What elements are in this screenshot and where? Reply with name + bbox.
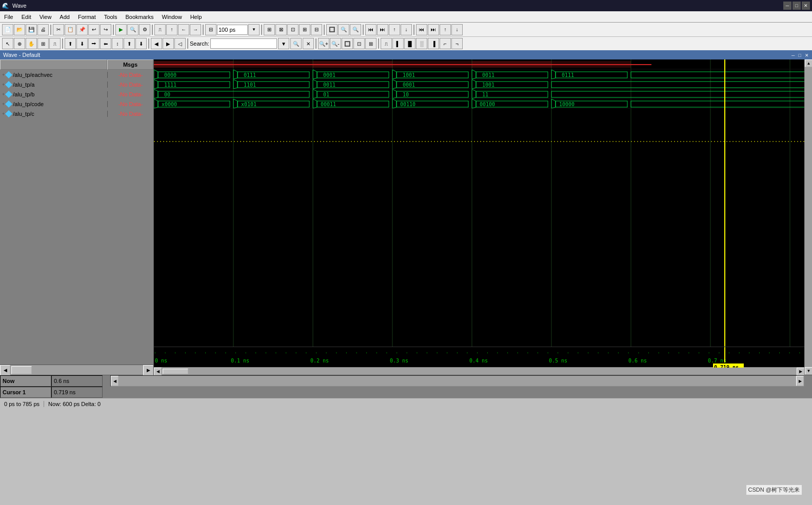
menu-file[interactable]: File xyxy=(0,11,17,22)
tb-sig-add2[interactable]: ⬇ xyxy=(76,38,88,49)
tb-open[interactable]: 📂 xyxy=(14,24,25,35)
search-input[interactable] xyxy=(210,38,277,49)
signal-row-c[interactable]: + /alu_tp/c -No Data- xyxy=(0,109,153,118)
tb-wave1[interactable]: ⎍ xyxy=(154,24,166,35)
tb-cursor4[interactable]: ↓ xyxy=(451,24,463,35)
menu-view[interactable]: View xyxy=(35,11,56,22)
hscroll-right[interactable]: ▶ xyxy=(797,368,804,375)
tb-shape4[interactable]: ░ xyxy=(416,38,427,49)
wave-close-btn[interactable]: ✕ xyxy=(805,53,809,58)
tb-wave3[interactable]: ← xyxy=(178,24,189,35)
tb-zoom-out[interactable]: 🔍 xyxy=(350,24,361,35)
tb-cut[interactable]: ✂ xyxy=(53,24,64,35)
signal-row-code[interactable]: + /alu_tp/code -No Data- xyxy=(0,99,153,109)
vscroll-down[interactable]: ▼ xyxy=(805,367,812,375)
wave-scroll-track2[interactable] xyxy=(118,376,796,386)
tb-wave-prev[interactable]: ◀ xyxy=(151,38,162,49)
search-clear[interactable]: ✕ xyxy=(303,38,314,49)
tb-time-down[interactable]: ▼ xyxy=(248,24,260,35)
tb-shape6[interactable]: ⌐ xyxy=(440,38,451,49)
wave-scroll-right2[interactable]: ▶ xyxy=(796,376,804,386)
hscroll-track[interactable] xyxy=(162,368,797,375)
vscroll-up[interactable]: ▲ xyxy=(805,59,812,67)
wave-max-btn[interactable]: □ xyxy=(799,53,801,58)
signal-name-c: + /alu_tp/c xyxy=(0,111,107,117)
tb-sig-add5[interactable]: ↕ xyxy=(112,38,123,49)
search-go[interactable]: 🔍 xyxy=(290,38,302,49)
tb-zoom-custom[interactable]: ⊞ xyxy=(365,38,377,49)
tb-redo[interactable]: ↪ xyxy=(100,24,111,35)
wave-min-btn[interactable]: ─ xyxy=(791,53,795,58)
tb-zoom-full[interactable]: ⊡ xyxy=(353,38,365,49)
tb-grid1[interactable]: ⊟ xyxy=(205,24,216,35)
tb-sig-add6[interactable]: ⬆ xyxy=(124,38,135,49)
tb-shape2[interactable]: ▌ xyxy=(392,38,404,49)
tb-run[interactable]: ▶ xyxy=(115,24,127,35)
tb-wave-next[interactable]: ▶ xyxy=(163,38,174,49)
time-input[interactable]: 100 ps xyxy=(217,25,248,35)
tb-sig-add4[interactable]: ⬅ xyxy=(100,38,111,49)
tb-ts3[interactable]: ⊡ xyxy=(287,24,299,35)
tb-shape5[interactable]: ▐ xyxy=(428,38,439,49)
sig-scroll-right[interactable]: ▶ xyxy=(143,365,153,375)
tb-cursor3[interactable]: ↑ xyxy=(440,24,451,35)
tb-ts2[interactable]: ⊠ xyxy=(275,24,287,35)
signal-row-eachvec[interactable]: + /alu_tp/eachvec -No Data- xyxy=(0,70,153,79)
tb-shape1[interactable]: ⎍ xyxy=(381,38,392,49)
tb-paste[interactable]: 📌 xyxy=(76,24,88,35)
tb-ts5[interactable]: ⊟ xyxy=(311,24,322,35)
tb-more[interactable]: ⚙ xyxy=(139,24,150,35)
vscroll-track[interactable] xyxy=(805,67,812,367)
waveform-canvas[interactable]: 0000 0111 0001 1001 0011 xyxy=(154,59,804,347)
tb-copy[interactable]: 📋 xyxy=(65,24,76,35)
tb-nav1[interactable]: ⏮ xyxy=(365,24,377,35)
tb-ts1[interactable]: ⊞ xyxy=(264,24,275,35)
tb-print[interactable]: 🖨 xyxy=(37,24,49,35)
signal-row-a[interactable]: + /alu_tp/a -No Data- xyxy=(0,79,153,89)
tb-zoom-sel[interactable]: ⊕ xyxy=(14,38,25,49)
tb-undo[interactable]: ↩ xyxy=(88,24,100,35)
signal-row-b[interactable]: + /alu_tp/b -No Data- xyxy=(0,89,153,99)
menu-edit[interactable]: Edit xyxy=(17,11,35,22)
tb-new[interactable]: 📄 xyxy=(2,24,13,35)
tb-find[interactable]: 🔍 xyxy=(127,24,138,35)
menu-add[interactable]: Add xyxy=(55,11,74,22)
tb-zoom-fit[interactable]: 🔲 xyxy=(326,24,338,35)
tb-zoom-in[interactable]: 🔍 xyxy=(338,24,349,35)
tb-hand[interactable]: ✋ xyxy=(26,38,37,49)
wave-scroll-left2[interactable]: ◀ xyxy=(111,376,118,386)
tb-zoom-out2[interactable]: 🔍- xyxy=(330,38,341,49)
tb-wave-sel[interactable]: ⊞ xyxy=(37,38,49,49)
minimize-button[interactable]: ─ xyxy=(783,2,791,10)
tb-zoom-fit2[interactable]: 🔲 xyxy=(342,38,353,49)
tb-sig-add3[interactable]: ⮕ xyxy=(88,38,100,49)
tb-nav3[interactable]: ↑ xyxy=(389,24,400,35)
tb-nav2[interactable]: ⏭ xyxy=(377,24,388,35)
menu-window[interactable]: Window xyxy=(158,11,186,22)
tb-wave4[interactable]: → xyxy=(190,24,201,35)
hscroll-left[interactable]: ◀ xyxy=(154,368,162,375)
sig-scroll-track[interactable] xyxy=(10,365,143,375)
maximize-button[interactable]: □ xyxy=(793,2,801,10)
menu-format[interactable]: Format xyxy=(74,11,100,22)
tb-save[interactable]: 💾 xyxy=(26,24,37,35)
tb-wave-l[interactable]: ◁ xyxy=(174,38,186,49)
tb-sig-add7[interactable]: ⬇ xyxy=(135,38,147,49)
tb-zoom-in2[interactable]: 🔍+ xyxy=(318,38,329,49)
tb-cursor1[interactable]: ⏮ xyxy=(416,24,427,35)
close-button[interactable]: ✕ xyxy=(802,2,810,10)
search-dropdown[interactable]: ▼ xyxy=(278,38,289,49)
menu-bookmarks[interactable]: Bookmarks xyxy=(121,11,157,22)
tb-wave2[interactable]: ↑ xyxy=(166,24,177,35)
tb-sig[interactable]: ⎍ xyxy=(49,38,61,49)
tb-shape7[interactable]: ¬ xyxy=(451,38,463,49)
menu-help[interactable]: Help xyxy=(186,11,206,22)
tb-nav4[interactable]: ↓ xyxy=(401,24,412,35)
tb-cursor2[interactable]: ⏭ xyxy=(428,24,439,35)
tb-shape3[interactable]: █ xyxy=(404,38,415,49)
tb-sig-add1[interactable]: ⬆ xyxy=(65,38,76,49)
tb-pointer[interactable]: ↖ xyxy=(2,38,13,49)
menu-tools[interactable]: Tools xyxy=(100,11,122,22)
tb-ts4[interactable]: ⊞ xyxy=(299,24,310,35)
sig-scroll-left[interactable]: ◀ xyxy=(0,365,10,375)
